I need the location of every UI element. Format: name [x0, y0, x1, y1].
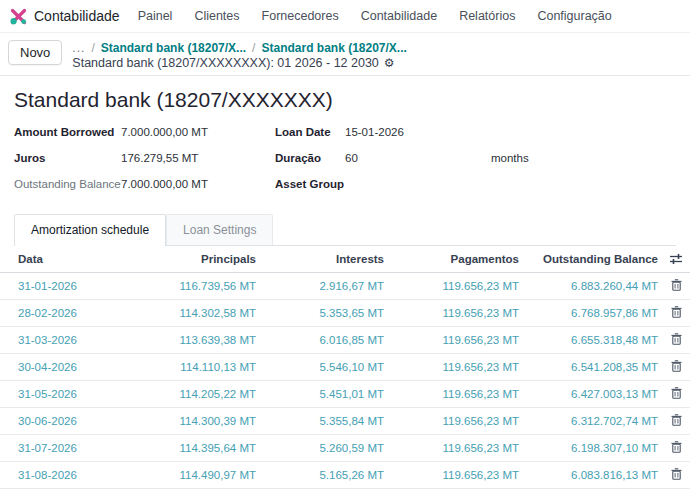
app-brand-label[interactable]: Contabilidade	[34, 8, 120, 24]
cell-data[interactable]: 28-02-2026	[0, 300, 140, 327]
cell-interest[interactable]: 5.451,01 MT	[260, 381, 388, 408]
cell-principal[interactable]: 114.300,39 MT	[140, 408, 260, 435]
table-row[interactable]: 31-08-2026114.490,97 MT5.165,26 MT119.65…	[0, 462, 690, 489]
delete-row-button[interactable]	[671, 333, 682, 345]
cell-principal[interactable]: 114.110,13 MT	[140, 354, 260, 381]
cell-interest[interactable]: 6.016,85 MT	[260, 327, 388, 354]
cell-balance[interactable]: 6.883.260,44 MT	[523, 273, 662, 300]
field-label-amount-borrowed: Amount Borrowed	[14, 126, 121, 138]
table-row[interactable]: 28-02-2026114.302,58 MT5.353,65 MT119.65…	[0, 300, 690, 327]
cell-payment[interactable]: 119.656,23 MT	[388, 327, 523, 354]
cell-data[interactable]: 31-07-2026	[0, 435, 140, 462]
tab-amortization-schedule[interactable]: Amortization schedule	[14, 214, 166, 246]
delete-row-cell	[662, 435, 690, 462]
table-row[interactable]: 30-09-2026114.586,38 MT5.069,85 MT119.65…	[0, 489, 690, 492]
cell-payment[interactable]: 119.656,23 MT	[388, 489, 523, 492]
cell-principal[interactable]: 114.586,38 MT	[140, 489, 260, 492]
tab-loan-settings[interactable]: Loan Settings	[166, 214, 273, 245]
cell-balance[interactable]: 6.655.318,48 MT	[523, 327, 662, 354]
col-header-outstanding-balance[interactable]: Outstanding Balance	[523, 246, 662, 273]
cell-balance[interactable]: 6.312.702,74 MT	[523, 408, 662, 435]
cell-principal[interactable]: 114.205,22 MT	[140, 381, 260, 408]
trash-icon	[671, 279, 682, 291]
cell-principal[interactable]: 116.739,56 MT	[140, 273, 260, 300]
cell-payment[interactable]: 119.656,23 MT	[388, 435, 523, 462]
breadcrumb-item-parent[interactable]: Standard bank (18207/X...	[101, 41, 246, 55]
cell-interest[interactable]: 5.353,65 MT	[260, 300, 388, 327]
col-header-principals[interactable]: Principals	[140, 246, 260, 273]
nav-item-painel[interactable]: Painel	[138, 9, 173, 23]
cell-data[interactable]: 31-03-2026	[0, 327, 140, 354]
nav-item-contabilidade[interactable]: Contabilidade	[361, 9, 437, 23]
cell-principal[interactable]: 114.395,64 MT	[140, 435, 260, 462]
cell-data[interactable]: 30-09-2026	[0, 489, 140, 492]
cell-balance[interactable]: 6.768.957,86 MT	[523, 300, 662, 327]
cell-principal[interactable]: 114.490,97 MT	[140, 462, 260, 489]
cell-data[interactable]: 31-08-2026	[0, 462, 140, 489]
new-button[interactable]: Novo	[8, 40, 62, 65]
cell-data[interactable]: 31-05-2026	[0, 381, 140, 408]
cell-balance[interactable]: 6.083.816,13 MT	[523, 462, 662, 489]
field-value-amount-borrowed[interactable]: 7.000.000,00 MT	[121, 126, 208, 138]
table-row[interactable]: 31-07-2026114.395,64 MT5.260,59 MT119.65…	[0, 435, 690, 462]
gear-icon[interactable]: ⚙	[384, 57, 395, 69]
cell-payment[interactable]: 119.656,23 MT	[388, 354, 523, 381]
field-label-loan-date: Loan Date	[275, 126, 345, 138]
cell-principal[interactable]: 113.639,38 MT	[140, 327, 260, 354]
cell-payment[interactable]: 119.656,23 MT	[388, 300, 523, 327]
table-row[interactable]: 31-03-2026113.639,38 MT6.016,85 MT119.65…	[0, 327, 690, 354]
app-brand[interactable]: Contabilidade	[10, 8, 120, 25]
cell-payment[interactable]: 119.656,23 MT	[388, 462, 523, 489]
delete-row-button[interactable]	[671, 387, 682, 399]
cell-balance[interactable]: 5.969.229,75 MT	[523, 489, 662, 492]
cell-payment[interactable]: 119.656,23 MT	[388, 381, 523, 408]
field-value-juros[interactable]: 176.279,55 MT	[121, 152, 198, 164]
nav-item-configuração[interactable]: Configuração	[537, 9, 611, 23]
field-value-loan-date[interactable]: 15-01-2026	[345, 126, 423, 138]
cell-payment[interactable]: 119.656,23 MT	[388, 408, 523, 435]
breadcrumb-ellipsis[interactable]: ...	[72, 44, 85, 52]
table-row[interactable]: 31-05-2026114.205,22 MT5.451,01 MT119.65…	[0, 381, 690, 408]
col-header-interests[interactable]: Interests	[260, 246, 388, 273]
delete-row-button[interactable]	[671, 360, 682, 372]
table-row[interactable]: 31-01-2026116.739,56 MT2.916,67 MT119.65…	[0, 273, 690, 300]
delete-row-cell	[662, 408, 690, 435]
trash-icon	[671, 306, 682, 318]
cell-balance[interactable]: 6.427.003,13 MT	[523, 381, 662, 408]
cell-interest[interactable]: 5.069,85 MT	[260, 489, 388, 492]
breadcrumb-item-current[interactable]: Standard bank (18207/X...	[261, 41, 406, 55]
page-title: Standard bank (18207/XXXXXXX)	[14, 88, 676, 112]
cell-data[interactable]: 31-01-2026	[0, 273, 140, 300]
nav-item-clientes[interactable]: Clientes	[194, 9, 239, 23]
cell-interest[interactable]: 5.355,84 MT	[260, 408, 388, 435]
cell-interest[interactable]: 5.165,26 MT	[260, 462, 388, 489]
cell-balance[interactable]: 6.541.208,35 MT	[523, 354, 662, 381]
cell-payment[interactable]: 119.656,23 MT	[388, 273, 523, 300]
cell-balance[interactable]: 6.198.307,10 MT	[523, 435, 662, 462]
cell-data[interactable]: 30-04-2026	[0, 354, 140, 381]
delete-row-button[interactable]	[671, 414, 682, 426]
record-sheet: Standard bank (18207/XXXXXXX) Amount Bor…	[0, 76, 690, 492]
delete-row-button[interactable]	[671, 468, 682, 480]
optional-columns-button[interactable]	[662, 246, 690, 273]
cell-interest[interactable]: 5.260,59 MT	[260, 435, 388, 462]
delete-row-cell	[662, 354, 690, 381]
table-row[interactable]: 30-06-2026114.300,39 MT5.355,84 MT119.65…	[0, 408, 690, 435]
col-header-pagamentos[interactable]: Pagamentos	[388, 246, 523, 273]
cell-principal[interactable]: 114.302,58 MT	[140, 300, 260, 327]
nav-item-relatórios[interactable]: Relatórios	[459, 9, 515, 23]
nav-item-fornecedores[interactable]: Fornecedores	[262, 9, 339, 23]
nav-menu: PainelClientesFornecedoresContabilidadeR…	[138, 9, 612, 23]
cell-interest[interactable]: 2.916,67 MT	[260, 273, 388, 300]
table-body: 31-01-2026116.739,56 MT2.916,67 MT119.65…	[0, 273, 690, 492]
cell-data[interactable]: 30-06-2026	[0, 408, 140, 435]
delete-row-button[interactable]	[671, 306, 682, 318]
delete-row-button[interactable]	[671, 279, 682, 291]
trash-icon	[671, 387, 682, 399]
table-row[interactable]: 30-04-2026114.110,13 MT5.546,10 MT119.65…	[0, 354, 690, 381]
trash-icon	[671, 333, 682, 345]
field-value-duracao[interactable]: 60	[345, 152, 423, 164]
delete-row-button[interactable]	[671, 441, 682, 453]
col-header-data[interactable]: Data	[0, 246, 140, 273]
cell-interest[interactable]: 5.546,10 MT	[260, 354, 388, 381]
